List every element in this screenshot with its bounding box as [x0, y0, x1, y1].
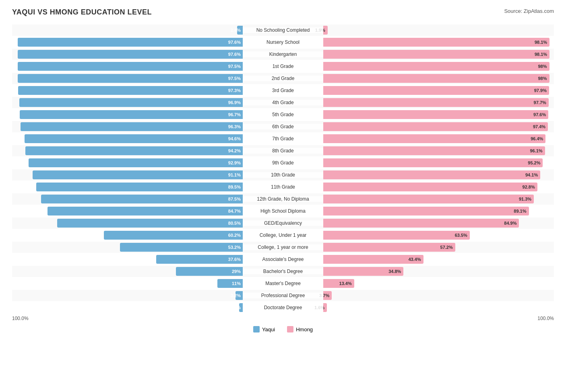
table-row: 1.5%Doctorate Degree1.6%: [12, 302, 554, 313]
hmong-value: 91.3%: [519, 197, 531, 201]
hmong-value: 95.2%: [528, 160, 540, 165]
category-label: College, Under 1 year: [243, 232, 323, 238]
hmong-bar: 1.6%: [323, 303, 327, 312]
category-label: Bachelor's Degree: [243, 269, 323, 274]
yaqui-value: 60.2%: [228, 233, 243, 238]
yaqui-bar: 96.3%: [21, 122, 243, 131]
yaqui-value: 3.2%: [231, 293, 243, 298]
yaqui-bar: 3.2%: [235, 291, 243, 300]
hmong-bar: 3.7%: [323, 291, 332, 300]
category-label: 7th Grade: [243, 136, 323, 142]
yaqui-bar: 2.4%: [237, 26, 243, 35]
category-label: No Schooling Completed: [243, 27, 323, 33]
table-row: 97.3%3rd Grade97.9%: [12, 85, 554, 96]
hmong-value: 97.4%: [533, 124, 545, 129]
hmong-color-box: [287, 326, 293, 332]
hmong-bar: 94.1%: [323, 170, 540, 179]
hmong-bar: 34.8%: [323, 267, 403, 276]
chart-title: YAQUI VS HMONG EDUCATION LEVEL: [12, 8, 554, 16]
category-label: GED/Equivalency: [243, 220, 323, 226]
yaqui-bar: 87.5%: [41, 195, 243, 203]
category-label: 2nd Grade: [243, 76, 323, 81]
yaqui-value: 84.7%: [228, 209, 243, 213]
category-label: Professional Degree: [243, 293, 323, 298]
yaqui-value: 29%: [232, 269, 243, 274]
yaqui-value: 87.5%: [228, 197, 243, 201]
yaqui-value: 96.9%: [228, 100, 243, 105]
hmong-value: 97.6%: [533, 112, 546, 117]
table-row: 96.3%6th Grade97.4%: [12, 121, 554, 132]
yaqui-bar: 53.2%: [120, 243, 243, 252]
table-row: 11%Master's Degree13.4%: [12, 278, 554, 289]
yaqui-bar: 94.2%: [25, 146, 243, 155]
hmong-legend-label: Hmong: [296, 326, 313, 332]
hmong-bar: 97.7%: [323, 98, 549, 107]
table-row: 97.5%2nd Grade98%: [12, 73, 554, 84]
category-label: Master's Degree: [243, 281, 323, 286]
hmong-bar: 98.1%: [323, 38, 549, 47]
yaqui-value: 97.6%: [228, 40, 243, 45]
table-row: 96.7%5th Grade97.6%: [12, 109, 554, 120]
hmong-bar: 98%: [323, 62, 549, 71]
yaqui-bar: 97.5%: [18, 62, 243, 71]
yaqui-value: 97.3%: [228, 88, 243, 93]
hmong-bar: 91.3%: [323, 195, 534, 203]
table-row: 60.2%College, Under 1 year63.5%: [12, 230, 554, 241]
category-label: Kindergarten: [243, 51, 323, 57]
hmong-value: 43.4%: [408, 257, 421, 262]
yaqui-bar: 92.9%: [29, 158, 243, 167]
table-row: 97.6%Nursery School98.1%: [12, 37, 554, 48]
hmong-bar: 89.1%: [323, 207, 529, 215]
hmong-bar: 98%: [323, 74, 549, 83]
hmong-bar: 97.4%: [323, 122, 548, 131]
table-row: 97.5%1st Grade98%: [12, 61, 554, 72]
yaqui-color-box: [253, 326, 260, 332]
hmong-bar: 97.6%: [323, 110, 548, 119]
category-label: High School Diploma: [243, 208, 323, 214]
yaqui-bar: 60.2%: [104, 231, 243, 240]
table-row: 94.2%8th Grade96.1%: [12, 145, 554, 156]
yaqui-value: 96.3%: [228, 124, 243, 129]
yaqui-value: 2.4%: [231, 28, 243, 33]
yaqui-bar: 29%: [176, 267, 243, 276]
category-label: College, 1 year or more: [243, 244, 323, 250]
hmong-value: 94.1%: [525, 172, 538, 177]
hmong-value: 13.4%: [339, 281, 352, 286]
legend-hmong: Hmong: [287, 326, 313, 332]
yaqui-value: 11%: [232, 281, 243, 286]
hmong-value: 96.1%: [530, 148, 542, 153]
category-label: 1st Grade: [243, 64, 323, 69]
hmong-bar: 98.1%: [323, 50, 549, 59]
hmong-value: 96.4%: [531, 136, 543, 141]
hmong-value: 92.8%: [523, 185, 535, 189]
category-label: 10th Grade: [243, 172, 323, 178]
table-row: 37.6%Associate's Degree43.4%: [12, 254, 554, 265]
hmong-value: 97.9%: [534, 88, 547, 93]
hmong-bar: 57.2%: [323, 243, 455, 252]
yaqui-bar: 89.5%: [36, 183, 243, 191]
category-label: 12th Grade, No Diploma: [243, 196, 323, 202]
category-label: 9th Grade: [243, 160, 323, 166]
yaqui-value: 97.5%: [228, 64, 243, 69]
hmong-bar: 63.5%: [323, 231, 470, 240]
yaqui-value: 94.6%: [228, 136, 243, 141]
hmong-bar: 97.9%: [323, 86, 549, 95]
yaqui-value: 96.7%: [228, 112, 243, 117]
yaqui-bar: 94.6%: [25, 134, 243, 143]
yaqui-value: 92.9%: [228, 160, 243, 165]
table-row: 97.6%Kindergarten98.1%: [12, 49, 554, 60]
hmong-value: 34.8%: [388, 269, 401, 274]
yaqui-value: 53.2%: [228, 245, 243, 250]
category-label: Doctorate Degree: [243, 305, 323, 310]
yaqui-value: 89.5%: [228, 185, 243, 189]
table-row: 53.2%College, 1 year or more57.2%: [12, 242, 554, 253]
source-label: Source: ZipAtlas.com: [504, 8, 554, 14]
hmong-bar: 92.8%: [323, 183, 537, 191]
table-row: 89.5%11th Grade92.8%: [12, 181, 554, 193]
table-row: 80.5%GED/Equivalency84.9%: [12, 218, 554, 229]
axis-left: 100.0%: [12, 316, 29, 321]
axis-right: 100.0%: [537, 316, 554, 321]
chart-container: YAQUI VS HMONG EDUCATION LEVEL Source: Z…: [0, 0, 566, 349]
chart-area: 2.4%No Schooling Completed1.9%97.6%Nurse…: [12, 25, 554, 313]
category-label: Associate's Degree: [243, 257, 323, 262]
